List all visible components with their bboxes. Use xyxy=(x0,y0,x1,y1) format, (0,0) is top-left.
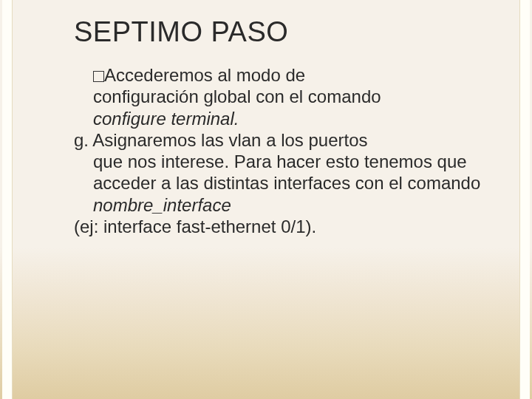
slide-right-border xyxy=(519,0,530,399)
paragraph-1-command: configure terminal. xyxy=(74,108,488,129)
slide-title: SEPTIMO PASO xyxy=(74,16,488,48)
paragraph-3-example: (ej: interface fast-ethernet 0/1). xyxy=(74,216,488,237)
paragraph-1-line-1: Accederemos al modo de xyxy=(104,65,305,85)
slide-content: SEPTIMO PASO Accederemos al modo de conf… xyxy=(74,16,488,237)
slide-body: Accederemos al modo de configuración glo… xyxy=(74,64,488,237)
slide-left-border xyxy=(2,0,13,399)
square-bullet-icon xyxy=(93,71,104,82)
paragraph-2-line-2: que nos interese. Para hacer esto tenemo… xyxy=(74,151,488,194)
paragraph-1: Accederemos al modo de xyxy=(74,64,488,86)
paragraph-1-line-2: configuración global con el comando xyxy=(74,86,488,107)
paragraph-2-command: nombre_interface xyxy=(74,194,488,216)
paragraph-2-line-1: g. Asignaremos las vlan a los puertos xyxy=(74,129,488,151)
